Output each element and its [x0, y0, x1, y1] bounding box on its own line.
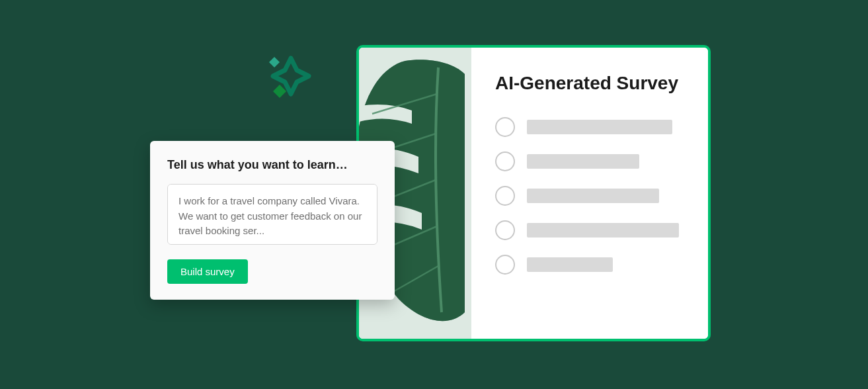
- option-text-placeholder: [527, 257, 613, 272]
- prompt-textarea[interactable]: [167, 184, 377, 245]
- radio-icon: [495, 186, 515, 206]
- option-text-placeholder: [527, 189, 659, 203]
- radio-icon: [495, 117, 515, 137]
- ai-sparkle-icon: [261, 53, 314, 106]
- option-text-placeholder: [527, 154, 639, 169]
- survey-content: AI-Generated Survey: [471, 48, 708, 339]
- survey-option-placeholder: [495, 220, 684, 240]
- option-text-placeholder: [527, 223, 679, 238]
- radio-icon: [495, 255, 515, 275]
- build-survey-button[interactable]: Build survey: [167, 259, 248, 284]
- prompt-title: Tell us what you want to learn…: [167, 158, 377, 172]
- survey-option-placeholder: [495, 117, 684, 137]
- radio-icon: [495, 151, 515, 171]
- survey-option-placeholder: [495, 186, 684, 206]
- survey-preview-card: AI-Generated Survey: [356, 45, 711, 341]
- option-text-placeholder: [527, 120, 672, 134]
- radio-icon: [495, 220, 515, 240]
- prompt-card: Tell us what you want to learn… Build su…: [150, 141, 395, 300]
- survey-option-placeholder: [495, 255, 684, 275]
- survey-title: AI-Generated Survey: [495, 71, 684, 95]
- survey-option-placeholder: [495, 151, 684, 171]
